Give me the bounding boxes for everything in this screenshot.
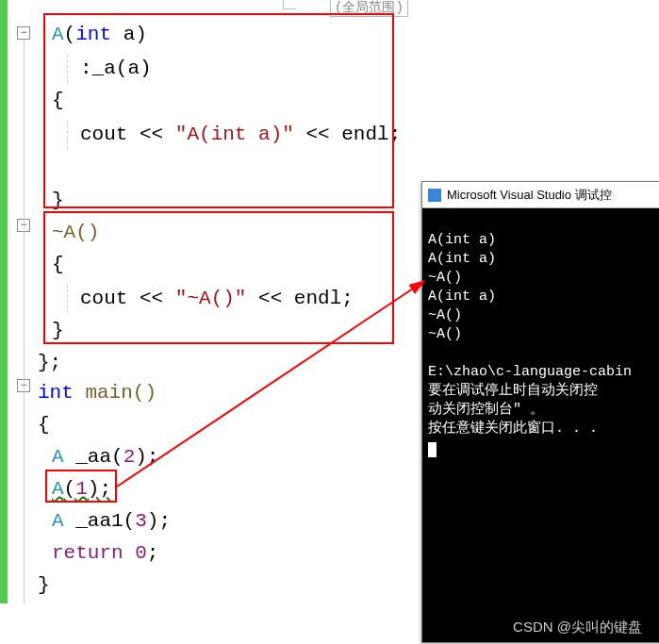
number: 0 bbox=[135, 542, 147, 564]
code-line[interactable]: } bbox=[38, 571, 50, 600]
punct: ; bbox=[147, 542, 159, 564]
brace: { bbox=[52, 90, 64, 111]
console-line: E:\zhao\c-language-cabin bbox=[428, 364, 632, 380]
code-line[interactable]: cout << "~A()" << endl; bbox=[80, 285, 354, 313]
code-line[interactable]: int main() bbox=[38, 379, 157, 407]
code-line[interactable]: A(int a) bbox=[52, 21, 147, 49]
code-line[interactable]: } bbox=[52, 317, 64, 345]
string: "A(int a)" bbox=[175, 124, 294, 145]
stmt: cout << bbox=[80, 124, 175, 145]
ruler-mark bbox=[283, 0, 296, 9]
code-line[interactable]: { bbox=[38, 411, 50, 439]
punct: ); bbox=[88, 478, 111, 500]
destructor: ~A() bbox=[52, 222, 99, 243]
func-name: main() bbox=[74, 382, 157, 404]
type: A bbox=[52, 478, 64, 500]
stmt: cout << bbox=[80, 288, 175, 309]
brace: } bbox=[52, 190, 64, 211]
console-line: A(int a) bbox=[428, 289, 496, 305]
brace: } bbox=[38, 574, 50, 596]
number: 3 bbox=[135, 510, 147, 532]
keyword: return bbox=[52, 542, 124, 564]
punct: ( bbox=[64, 24, 76, 45]
type: A bbox=[52, 446, 64, 468]
ident: _aa( bbox=[64, 446, 124, 468]
cursor-icon bbox=[428, 442, 437, 457]
space bbox=[124, 542, 136, 564]
console-line: A(int a) bbox=[428, 251, 496, 267]
console-line: ~A() bbox=[428, 307, 462, 323]
brace: { bbox=[52, 254, 64, 275]
app-icon bbox=[428, 189, 441, 202]
code-line[interactable]: ~A() bbox=[52, 219, 99, 247]
console-line: 按任意键关闭此窗口. . . bbox=[428, 421, 598, 437]
type: A bbox=[52, 510, 64, 532]
number: 1 bbox=[75, 478, 88, 500]
code-line[interactable]: }; bbox=[38, 349, 61, 377]
code-line[interactable]: A(1); bbox=[52, 475, 111, 504]
ident: _aa1( bbox=[64, 510, 136, 532]
change-indicator bbox=[0, 0, 8, 603]
brace: } bbox=[52, 320, 64, 341]
console-line: ~A() bbox=[428, 270, 462, 286]
console-line: A(int a) bbox=[428, 232, 496, 248]
gutter bbox=[8, 0, 45, 603]
fold-line bbox=[24, 40, 25, 603]
brace: { bbox=[38, 414, 50, 436]
watermark: CSDN @尖叫的键盘 bbox=[513, 619, 642, 636]
console-output: A(int a) A(int a) ~A() A(int a) ~A() ~A(… bbox=[422, 208, 659, 480]
punct: ); bbox=[147, 510, 171, 532]
init-list: :_a(a) bbox=[80, 58, 152, 79]
console-titlebar[interactable]: Microsoft Visual Studio 调试控 bbox=[422, 182, 659, 208]
identifier: a) bbox=[111, 24, 147, 45]
fold-toggle[interactable]: − bbox=[17, 26, 30, 40]
code-line[interactable]: } bbox=[52, 187, 64, 215]
console-line: ~A() bbox=[428, 326, 462, 342]
console-line: 动关闭控制台" 。 bbox=[428, 402, 544, 418]
punct: ); bbox=[135, 446, 158, 468]
console-title-text: Microsoft Visual Studio 调试控 bbox=[447, 182, 612, 208]
punct: ( bbox=[64, 478, 76, 500]
code-line[interactable]: A _aa1(3); bbox=[52, 507, 171, 536]
keyword: int bbox=[38, 382, 74, 404]
string: "~A()" bbox=[175, 288, 247, 309]
scope-dropdown[interactable]: (全局范围) bbox=[330, 0, 408, 17]
code-line[interactable]: cout << "A(int a)" << endl; bbox=[80, 121, 401, 149]
stmt: << endl; bbox=[246, 288, 353, 309]
identifier: A bbox=[52, 24, 64, 45]
brace: }; bbox=[38, 352, 61, 373]
console-window[interactable]: Microsoft Visual Studio 调试控 A(int a) A(i… bbox=[421, 181, 659, 643]
code-line[interactable]: :_a(a) bbox=[80, 55, 152, 83]
code-line[interactable]: { bbox=[52, 251, 64, 279]
code-line[interactable]: A _aa(2); bbox=[52, 443, 158, 471]
code-line[interactable]: return 0; bbox=[52, 539, 158, 568]
stmt: << endl; bbox=[294, 124, 401, 145]
code-line[interactable]: { bbox=[52, 87, 64, 115]
keyword: int bbox=[75, 24, 111, 45]
number: 2 bbox=[124, 446, 136, 468]
console-line: 要在调试停止时自动关闭控 bbox=[428, 383, 598, 399]
